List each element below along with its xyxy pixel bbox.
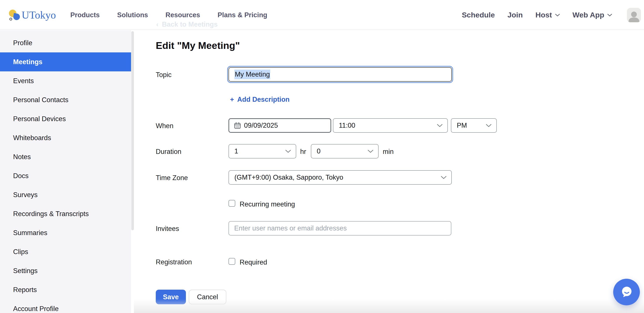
page: UTokyo Products Solutions Resources Plan… — [0, 0, 644, 313]
back-to-meetings-link[interactable]: ‹Back to Meetings — [156, 20, 218, 30]
calendar-icon — [234, 122, 241, 129]
date-value: 09/09/2025 — [244, 122, 278, 129]
duration-minutes-value: 0 — [317, 147, 320, 155]
sidebar-item-profile[interactable]: Profile — [0, 33, 131, 52]
meridiem-value: PM — [457, 122, 467, 129]
utokyo-ginkgo-icon — [9, 9, 20, 20]
plus-icon: + — [230, 96, 234, 103]
time-value: 11:00 — [339, 122, 355, 129]
duration-hours-value: 1 — [234, 147, 238, 155]
chevron-down-icon — [607, 13, 612, 16]
nav-products[interactable]: Products — [70, 11, 100, 19]
person-icon — [628, 10, 640, 22]
sidebar-item-account-profile[interactable]: Account Profile — [0, 299, 131, 313]
chevron-left-icon: ‹ — [156, 20, 158, 28]
chevron-down-icon — [285, 150, 291, 153]
minutes-unit-label: min — [383, 148, 394, 156]
nav-host[interactable]: Host — [536, 11, 560, 19]
topic-input[interactable]: My Meeting — [228, 67, 452, 82]
chevron-down-icon — [437, 124, 442, 127]
registration-required-checkbox[interactable] — [228, 258, 235, 265]
topic-value-selected-text: My Meeting — [234, 70, 270, 79]
edit-meeting-form: Edit "My Meeting" Topic My Meeting + Add… — [134, 30, 644, 313]
cancel-button[interactable]: Cancel — [189, 290, 226, 304]
nav-schedule[interactable]: Schedule — [462, 11, 495, 19]
sidebar-item-meetings[interactable]: Meetings — [0, 52, 131, 71]
chevron-down-icon — [555, 13, 560, 16]
user-avatar[interactable] — [627, 8, 641, 22]
ginkgo-leaf-blue — [13, 13, 20, 20]
chevron-down-icon — [441, 176, 446, 179]
save-button[interactable]: Save — [156, 290, 186, 304]
secondary-nav: Schedule Join Host Web App — [462, 0, 641, 30]
add-description-link[interactable]: + Add Description — [230, 96, 290, 103]
sidebar-scrollbar-thumb[interactable] — [131, 31, 134, 230]
duration-hours-select[interactable]: 1 — [228, 144, 296, 158]
add-description-label: Add Description — [237, 96, 290, 103]
sidebar-nav: Profile Meetings Events Personal Contact… — [0, 30, 131, 313]
time-select[interactable]: 11:00 — [333, 118, 448, 133]
meridiem-select[interactable]: PM — [451, 118, 497, 133]
back-link-label: Back to Meetings — [162, 20, 218, 28]
nav-web-app[interactable]: Web App — [572, 11, 612, 19]
nav-host-label: Host — [536, 11, 552, 19]
sidebar-item-reports[interactable]: Reports — [0, 280, 131, 299]
timezone-select[interactable]: (GMT+9:00) Osaka, Sapporo, Tokyo — [228, 170, 452, 185]
sidebar-item-settings[interactable]: Settings — [0, 261, 131, 280]
duration-minutes-select[interactable]: 0 — [311, 144, 378, 158]
topic-label: Topic — [156, 71, 172, 79]
chevron-down-icon — [486, 124, 492, 127]
chevron-down-icon — [368, 150, 373, 153]
registration-label: Registration — [156, 258, 192, 266]
nav-join[interactable]: Join — [508, 11, 523, 19]
timezone-label: Time Zone — [156, 174, 188, 182]
invitees-input[interactable] — [228, 221, 451, 236]
sidebar-item-personal-devices[interactable]: Personal Devices — [0, 109, 131, 128]
date-picker[interactable]: 09/09/2025 — [228, 118, 331, 133]
support-chat-button[interactable] — [613, 279, 640, 305]
ginkgo-ring — [10, 18, 12, 20]
nav-resources[interactable]: Resources — [166, 11, 200, 19]
hours-unit-label: hr — [300, 148, 306, 156]
nav-solutions[interactable]: Solutions — [117, 11, 148, 19]
recurring-meeting-checkbox[interactable] — [228, 200, 235, 207]
timezone-value: (GMT+9:00) Osaka, Sapporo, Tokyo — [234, 174, 343, 181]
sidebar-item-recordings-transcripts[interactable]: Recordings & Transcripts — [0, 204, 131, 223]
sidebar-item-personal-contacts[interactable]: Personal Contacts — [0, 90, 131, 109]
sidebar-item-clips[interactable]: Clips — [0, 242, 131, 261]
sidebar-item-notes[interactable]: Notes — [0, 147, 131, 166]
duration-label: Duration — [156, 148, 181, 156]
invitees-label: Invitees — [156, 225, 179, 233]
top-navbar: UTokyo Products Solutions Resources Plan… — [0, 0, 644, 30]
sidebar-item-surveys[interactable]: Surveys — [0, 185, 131, 204]
nav-web-app-label: Web App — [572, 11, 604, 19]
sidebar-item-summaries[interactable]: Summaries — [0, 223, 131, 242]
chat-bubble-icon — [619, 285, 634, 299]
nav-plans-pricing[interactable]: Plans & Pricing — [218, 11, 267, 19]
utokyo-logo[interactable]: UTokyo — [9, 0, 56, 30]
sidebar-item-events[interactable]: Events — [0, 71, 131, 90]
sidebar-item-whiteboards[interactable]: Whiteboards — [0, 128, 131, 147]
page-title: Edit "My Meeting" — [156, 40, 240, 51]
brand-name: UTokyo — [22, 9, 56, 21]
recurring-meeting-label: Recurring meeting — [240, 200, 295, 208]
sidebar-item-docs[interactable]: Docs — [0, 166, 131, 185]
registration-required-label: Required — [240, 259, 267, 266]
when-label: When — [156, 122, 174, 130]
